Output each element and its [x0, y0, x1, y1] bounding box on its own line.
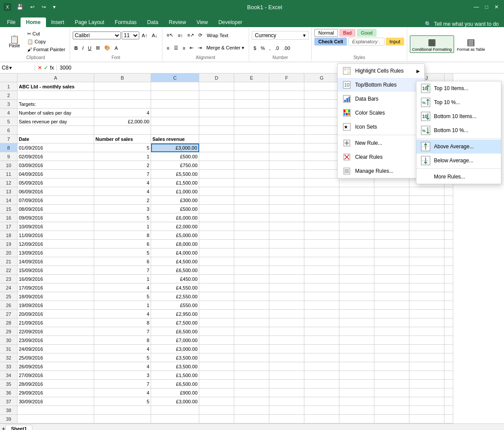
cell-H15[interactable]	[339, 205, 374, 213]
cell-B38[interactable]	[94, 406, 151, 415]
row-num-18[interactable]: 18	[0, 231, 18, 240]
customize-qat-button[interactable]: ▾	[51, 3, 57, 11]
align-top-right-button[interactable]: ≡↗	[186, 31, 196, 39]
cell-A36[interactable]: 29/09/2016	[18, 388, 94, 397]
cell-G32[interactable]	[304, 353, 339, 362]
cell-H16[interactable]	[339, 213, 374, 222]
cell-C18[interactable]: £5,000.00	[151, 231, 199, 240]
cell-I12[interactable]	[374, 178, 409, 187]
format-painter-button[interactable]: 🖌 Format Painter	[25, 46, 67, 53]
cell-C14[interactable]: £300.00	[151, 196, 199, 205]
cell-G38[interactable]	[304, 406, 339, 415]
cell-E35[interactable]	[234, 380, 269, 388]
row-num-20[interactable]: 20	[0, 248, 18, 257]
cell-J14[interactable]	[409, 196, 444, 205]
cell-A22[interactable]: 15/09/2016	[18, 266, 94, 275]
cell-G35[interactable]	[304, 380, 339, 388]
cell-H13[interactable]	[339, 187, 374, 196]
cell-C17[interactable]: £2,000.00	[151, 222, 199, 231]
cell-E13[interactable]	[234, 187, 269, 196]
cell-H32[interactable]	[339, 353, 374, 362]
row-num-14[interactable]: 14	[0, 196, 18, 205]
cell-F22[interactable]	[269, 266, 304, 275]
increase-indent-button[interactable]: ⇥	[196, 44, 204, 52]
cell-A1[interactable]: ABC Ltd - monthly sales	[18, 82, 94, 91]
row-num-27[interactable]: 27	[0, 310, 18, 318]
row-num-7[interactable]: 7	[0, 135, 18, 143]
style-normal[interactable]: Normal	[314, 29, 338, 37]
cell-I16[interactable]	[374, 213, 409, 222]
cell-E20[interactable]	[234, 248, 269, 257]
cell-G30[interactable]	[304, 336, 339, 345]
cell-D37[interactable]	[199, 397, 234, 406]
border-button[interactable]: ⊞	[94, 44, 102, 52]
cell-I17[interactable]	[374, 222, 409, 231]
cell-C2[interactable]	[151, 91, 199, 100]
cell-J36[interactable]	[409, 388, 444, 397]
cell-E23[interactable]	[234, 275, 269, 283]
cell-I31[interactable]	[374, 345, 409, 353]
style-good[interactable]: Good	[357, 29, 377, 37]
cell-F29[interactable]	[269, 327, 304, 336]
cell-J39[interactable]	[409, 415, 444, 423]
cell-E12[interactable]	[234, 178, 269, 187]
cell-J27[interactable]	[409, 310, 444, 318]
cell-F18[interactable]	[269, 231, 304, 240]
row-num-8[interactable]: 8	[0, 143, 18, 152]
cell-D27[interactable]	[199, 310, 234, 318]
cell-B26[interactable]: 1	[94, 301, 151, 310]
cell-G36[interactable]	[304, 388, 339, 397]
tab-file[interactable]: File	[2, 17, 21, 27]
cell-E2[interactable]	[234, 91, 269, 100]
cut-button[interactable]: ✂ Cut	[25, 30, 67, 38]
cell-F4[interactable]	[269, 108, 304, 117]
cell-B33[interactable]: 4	[94, 362, 151, 371]
cell-E24[interactable]	[234, 283, 269, 292]
cell-G31[interactable]	[304, 345, 339, 353]
cell-C10[interactable]: £750.00	[151, 161, 199, 170]
cell-A18[interactable]: 11/09/2016	[18, 231, 94, 240]
cell-F27[interactable]	[269, 310, 304, 318]
cell-E34[interactable]	[234, 371, 269, 380]
row-num-10[interactable]: 10	[0, 161, 18, 170]
cell-D9[interactable]	[199, 152, 234, 161]
cell-G8[interactable]	[304, 143, 339, 152]
cell-I30[interactable]	[374, 336, 409, 345]
cell-I29[interactable]	[374, 327, 409, 336]
cell-J32[interactable]	[409, 353, 444, 362]
cell-B10[interactable]: 2	[94, 161, 151, 170]
cell-G12[interactable]	[304, 178, 339, 187]
bold-button[interactable]: B	[73, 45, 80, 52]
tab-data[interactable]: Data	[142, 17, 163, 27]
cell-E37[interactable]	[234, 397, 269, 406]
cell-B24[interactable]: 4	[94, 283, 151, 292]
cell-H21[interactable]	[339, 257, 374, 266]
cell-F35[interactable]	[269, 380, 304, 388]
row-num-25[interactable]: 25	[0, 292, 18, 301]
cell-F9[interactable]	[269, 152, 304, 161]
row-num-11[interactable]: 11	[0, 170, 18, 178]
cell-C19[interactable]: £8,000.00	[151, 240, 199, 248]
cell-C1[interactable]	[151, 82, 199, 91]
tab-page-layout[interactable]: Page Layout	[70, 17, 109, 27]
cell-B25[interactable]: 5	[94, 292, 151, 301]
cell-A19[interactable]: 12/09/2016	[18, 240, 94, 248]
cell-B34[interactable]: 3	[94, 371, 151, 380]
maximize-button[interactable]: □	[483, 3, 490, 11]
cell-J17[interactable]	[409, 222, 444, 231]
cell-E14[interactable]	[234, 196, 269, 205]
cell-G13[interactable]	[304, 187, 339, 196]
cell-B35[interactable]: 7	[94, 380, 151, 388]
cell-A17[interactable]: 10/09/2016	[18, 222, 94, 231]
row-num-24[interactable]: 24	[0, 283, 18, 292]
cell-H12[interactable]	[339, 178, 374, 187]
cell-B5[interactable]: £2,000.00	[94, 117, 151, 126]
cell-J34[interactable]	[409, 371, 444, 380]
cell-J33[interactable]	[409, 362, 444, 371]
cell-B11[interactable]: 7	[94, 170, 151, 178]
cell-E31[interactable]	[234, 345, 269, 353]
cell-E29[interactable]	[234, 327, 269, 336]
decrease-indent-button[interactable]: ⇤	[188, 44, 195, 52]
col-header-a[interactable]: A	[18, 73, 94, 82]
cell-D35[interactable]	[199, 380, 234, 388]
